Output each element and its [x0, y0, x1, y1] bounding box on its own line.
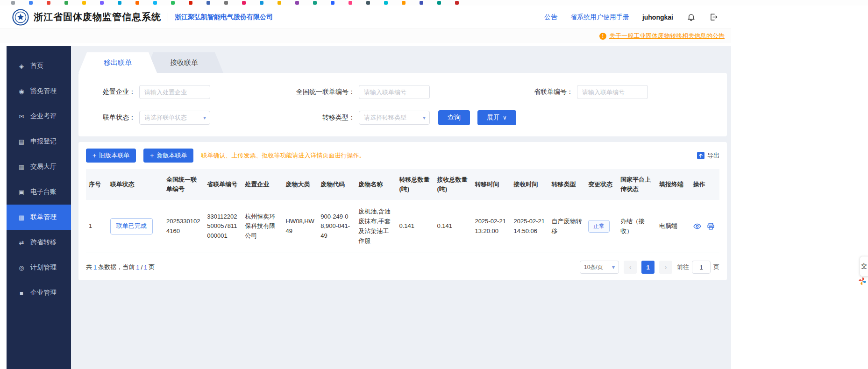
operation-icons [693, 222, 717, 230]
browser-favicon[interactable] [171, 1, 175, 5]
table-toolbar: + 旧版本联单 + 新版本联单 联单确认、上传发票、拒收等功能请进入详情页面进行… [86, 149, 719, 163]
filter-row-1: 处置企业： 全国统一联单编号： 省联单编号： [78, 85, 727, 99]
browser-favicon[interactable] [206, 1, 210, 5]
disposal-company-input[interactable] [139, 85, 210, 99]
sidebar-item-label: 企业管理 [30, 289, 57, 297]
company-name: 浙江聚弘凯智能电气股份有限公司 [175, 13, 273, 21]
sidebar-item-exemption[interactable]: ◉ 豁免管理 [7, 78, 71, 104]
floating-side-tab[interactable]: 交 [860, 256, 868, 277]
sidebar-item-enterprise[interactable]: ■ 企业管理 [7, 280, 71, 305]
sidebar-item-evaluation[interactable]: ✉ 企业考评 [7, 104, 71, 129]
browser-favicon[interactable] [366, 1, 370, 5]
sidebar-item-cross-province[interactable]: ⇄ 跨省转移 [7, 230, 71, 255]
page-size-select[interactable]: 10条/页 ▾ [580, 261, 619, 274]
print-icon[interactable] [707, 222, 715, 230]
export-icon [697, 152, 704, 159]
floating-logo-icon[interactable] [858, 277, 867, 286]
page-number-button[interactable]: 1 [641, 261, 655, 274]
announcement-link[interactable]: 公告 [544, 13, 557, 21]
transfer-type-select[interactable]: 请选择转移类型 ▾ [359, 111, 430, 125]
view-eye-icon[interactable] [693, 222, 701, 230]
manifest-status-label: 联单状态： [78, 114, 139, 122]
expand-button[interactable]: 展开 ∨ [477, 110, 516, 125]
prev-page-button[interactable]: ‹ [624, 261, 637, 274]
browser-favicon[interactable] [100, 1, 104, 5]
browser-favicon[interactable] [455, 1, 459, 5]
sidebar-item-manifest[interactable]: ▥ 联单管理 [7, 205, 71, 230]
sidebar-item-label: 企业考评 [30, 112, 57, 121]
browser-favicon[interactable] [47, 1, 50, 5]
search-button[interactable]: 查询 [438, 110, 470, 125]
system-logo-icon [12, 9, 29, 26]
cell-waste-name: 废机油,含油废抹布,手套及沾染油工作服 [356, 200, 396, 253]
sidebar-item-plan[interactable]: ◎ 计划管理 [7, 255, 71, 280]
browser-favicon[interactable] [349, 1, 352, 5]
browser-favicon[interactable] [242, 1, 246, 5]
column-header-change-status: 变更状态 [585, 169, 618, 200]
browser-favicon-strip [0, 0, 868, 6]
tab-outbound-manifest[interactable]: 移出联单 [78, 52, 157, 73]
province-manifest-no-input[interactable] [577, 85, 648, 99]
sidebar-item-label: 首页 [30, 62, 43, 70]
browser-favicon[interactable] [402, 1, 406, 5]
notice-link[interactable]: 关于一般工业固体废物转移相关信息的公告 [609, 32, 725, 40]
browser-favicon[interactable] [118, 1, 121, 5]
browser-favicon[interactable] [384, 1, 388, 5]
browser-favicon[interactable] [331, 1, 334, 5]
sidebar-item-trading-hall[interactable]: ▦ 交易大厅 [7, 154, 71, 179]
cell-transfer-time: 2025-02-21 13:20:00 [472, 200, 511, 253]
column-header-waste-category: 废物大类 [283, 169, 318, 200]
sidebar-item-eledger[interactable]: ▣ 电子台账 [7, 179, 71, 205]
sidebar-item-label: 申报登记 [30, 137, 57, 146]
old-version-manifest-button[interactable]: + 旧版本联单 [86, 149, 136, 163]
cell-seq: 1 [86, 200, 107, 253]
goto-page-input[interactable] [692, 261, 711, 274]
manifest-table: 序号 联单状态 全国统一联单编号 省联单编号 处置企业 废物大类 废物代码 废物… [86, 169, 719, 253]
browser-favicon[interactable] [277, 1, 281, 5]
browser-favicon[interactable] [29, 1, 33, 5]
pagination-controls: 10条/页 ▾ ‹ 1 › 前往 页 [580, 261, 719, 274]
change-status-badge: 正常 [588, 220, 610, 233]
header-right: 公告 省系统用户使用手册 juhongkai [544, 13, 718, 22]
province-manifest-no-label: 省联单编号： [430, 88, 577, 96]
browser-favicon[interactable] [224, 1, 228, 5]
page-suffix: 页 [149, 263, 155, 271]
browser-favicon[interactable] [420, 1, 423, 5]
browser-favicon[interactable] [153, 1, 157, 5]
browser-favicon[interactable] [295, 1, 299, 5]
transfer-type-placeholder: 请选择转移类型 [364, 114, 406, 122]
goto-label: 前往 [677, 263, 689, 271]
username[interactable]: juhongkai [642, 14, 673, 21]
cell-receive-time: 2025-02-21 14:50:06 [511, 200, 548, 253]
tab-inbound-manifest[interactable]: 接收联单 [145, 52, 223, 73]
browser-favicon[interactable] [189, 1, 192, 5]
building-icon: ■ [18, 290, 25, 297]
logout-icon[interactable] [709, 13, 718, 22]
browser-favicon[interactable] [437, 1, 441, 5]
browser-favicon[interactable] [64, 1, 68, 5]
column-header-platform-status: 国家平台上传状态 [618, 169, 656, 200]
browser-favicon[interactable] [313, 1, 317, 5]
cell-national-no: 20253301024160 [164, 200, 204, 253]
column-header-national-no: 全国统一联单编号 [164, 169, 204, 200]
user-manual-link[interactable]: 省系统用户使用手册 [570, 13, 629, 21]
manifest-status-select[interactable]: 请选择联单状态 ▾ [139, 111, 210, 125]
new-version-manifest-button[interactable]: + 新版本联单 [143, 149, 193, 163]
chevron-down-icon: ▾ [423, 114, 426, 121]
column-header-transfer-type: 转移类型 [548, 169, 585, 200]
sidebar-item-declaration[interactable]: ▤ 申报登记 [7, 129, 71, 154]
next-page-button[interactable]: › [659, 261, 672, 274]
browser-favicon[interactable] [11, 1, 15, 5]
browser-favicon[interactable] [82, 1, 86, 5]
table-row: 1 联单已完成 20253301024160 33011220250005781… [86, 200, 719, 253]
browser-favicon[interactable] [260, 1, 263, 5]
browser-favicon[interactable] [135, 1, 139, 5]
plus-icon: + [92, 152, 96, 159]
comment-icon: ✉ [18, 113, 25, 120]
export-button[interactable]: 导出 [697, 151, 719, 160]
national-manifest-no-input[interactable] [359, 85, 430, 99]
cell-terminal: 电脑端 [656, 200, 690, 253]
sidebar-item-label: 交易大厅 [30, 163, 57, 171]
sidebar-item-home[interactable]: ◈ 首页 [7, 53, 71, 78]
notification-bell-icon[interactable] [686, 13, 696, 22]
